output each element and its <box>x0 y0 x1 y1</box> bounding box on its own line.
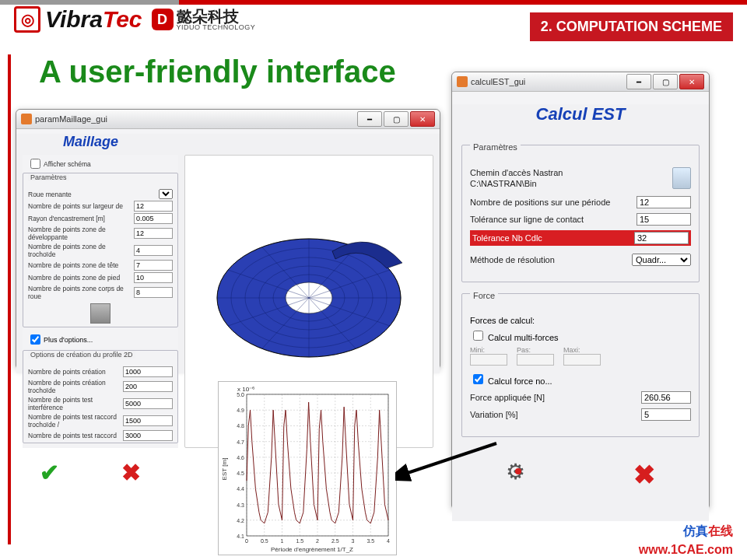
maximize-button[interactable]: ▢ <box>384 111 409 127</box>
tec-text: Tec <box>103 6 142 33</box>
computation-scheme-tag: 2. COMPUTATION SCHEME <box>530 12 733 41</box>
param-input[interactable] <box>134 272 173 283</box>
brand-area: ◎ VibraTec D 懿朵科技 YIDUO TECHNOLOGY <box>14 6 255 33</box>
tol-nbcdlc-label: Tolérance Nb Cdlc <box>472 233 634 243</box>
vibratec-logo: ◎ VibraTec <box>14 6 142 33</box>
svg-text:4.3: 4.3 <box>237 502 244 508</box>
footer-cn: 仿真在线 <box>683 523 733 540</box>
minimize-button[interactable]: ━ <box>357 111 382 127</box>
est-chart: x 10⁻⁶ 4.14.24.34.44.54.64.74.84.95.000.… <box>218 381 397 555</box>
param-input[interactable] <box>134 201 173 212</box>
forces-calc-label: Forces de calcul: <box>470 316 691 325</box>
variation-input[interactable] <box>641 408 691 421</box>
tol-contact-input[interactable] <box>637 213 691 226</box>
maxi-input <box>563 354 601 366</box>
param-input[interactable] <box>134 245 173 256</box>
svg-text:4.4: 4.4 <box>237 486 244 492</box>
svg-text:4.7: 4.7 <box>237 439 244 445</box>
confirm-button[interactable]: ✔ <box>40 459 59 486</box>
plus-options-checkbox[interactable] <box>30 334 40 345</box>
options-2d-legend: Options de création du profile 2D <box>28 351 135 359</box>
mesh-cube-icon[interactable] <box>90 303 110 324</box>
svg-text:4.9: 4.9 <box>237 408 244 413</box>
svg-line-52 <box>403 443 496 474</box>
svg-text:1: 1 <box>281 538 284 544</box>
arrow-icon <box>395 436 504 490</box>
minimize-button[interactable]: ━ <box>626 74 651 89</box>
param-input[interactable] <box>134 287 173 298</box>
est-force-fieldset: Force Forces de calcul: Calcul multi-for… <box>461 293 700 437</box>
close-button[interactable]: ✕ <box>410 111 435 127</box>
param-input[interactable] <box>134 260 173 271</box>
svg-text:4.5: 4.5 <box>237 471 244 476</box>
close-button[interactable]: ✕ <box>679 74 704 89</box>
vibra-text: Vibra <box>45 6 103 33</box>
param-row: Nombre de points sur largeur de <box>28 201 173 212</box>
nb-positions-input[interactable] <box>637 196 691 208</box>
afficher-schema-checkbox[interactable] <box>30 159 40 169</box>
svg-text:1.5: 1.5 <box>296 538 303 544</box>
afficher-schema-label: Afficher schéma <box>44 160 174 168</box>
yiduo-en: YIDUO TECHNOLOGY <box>177 24 256 31</box>
disc-mesh-svg <box>192 201 426 395</box>
maillage-caption: Maillage <box>63 134 440 150</box>
yiduo-cn: 懿朵科技 <box>177 9 256 24</box>
svg-text:5.0: 5.0 <box>237 392 244 397</box>
tol-nbcdlc-input[interactable] <box>634 232 689 244</box>
svg-text:4.1: 4.1 <box>237 534 244 539</box>
folder-icon[interactable] <box>672 167 691 189</box>
app-icon <box>457 76 468 87</box>
yiduo-d-icon: D <box>152 9 174 30</box>
maillage-window: paramMaillage_gui ━ ▢ ✕ Maillage Affiche… <box>16 109 440 369</box>
svg-text:0.5: 0.5 <box>261 538 268 544</box>
vibratec-icon: ◎ <box>14 6 40 33</box>
maillage-title-text: paramMaillage_gui <box>35 114 356 124</box>
roue-menante-select[interactable]: ▾ <box>159 189 173 199</box>
force-no-checkbox[interactable] <box>473 374 483 384</box>
est-parametres-fieldset: Paramètres Chemin d'accès Nastran C:\NAS… <box>461 145 700 282</box>
nastran-path-value: C:\NASTRAN\Bin <box>470 178 668 189</box>
force-legend: Force <box>470 291 498 300</box>
svg-text:4: 4 <box>387 538 390 544</box>
est-title-text: calculEST_gui <box>471 77 625 86</box>
nastran-path-label: Chemin d'accès Nastran <box>470 167 668 178</box>
app-icon <box>21 114 32 124</box>
options-2d-fieldset: Options de création du profile 2D Nombre… <box>23 350 178 443</box>
plus-options-label: Plus d'options... <box>44 336 93 344</box>
yiduo-logo: D 懿朵科技 YIDUO TECHNOLOGY <box>152 9 256 31</box>
run-button[interactable]: ⚙ <box>506 459 525 490</box>
left-red-stripe <box>8 54 11 544</box>
svg-text:4.8: 4.8 <box>237 423 244 429</box>
force-applied-input[interactable] <box>641 391 691 404</box>
page-title: A user-friendly interface <box>39 54 396 89</box>
mini-input <box>470 354 507 366</box>
parametres-fieldset: Paramètres Roue menante▾ Nombre de point… <box>23 173 178 327</box>
svg-text:2.5: 2.5 <box>331 538 339 544</box>
multi-forces-checkbox[interactable] <box>473 331 483 341</box>
est-titlebar[interactable]: calculEST_gui ━ ▢ ✕ <box>452 72 709 92</box>
opt-input[interactable] <box>123 430 173 441</box>
pas-input <box>517 354 554 366</box>
slide-root: ◎ VibraTec D 懿朵科技 YIDUO TECHNOLOGY 2. CO… <box>0 0 747 560</box>
parametres-legend: Paramètres <box>28 173 69 181</box>
opt-input[interactable] <box>123 398 173 409</box>
roue-menante-label: Roue menante <box>28 191 159 198</box>
svg-text:2: 2 <box>316 538 319 544</box>
method-label: Méthode de résolution <box>470 255 632 264</box>
chart-xlabel: Période d'engrènement 1/T_Z <box>271 546 353 553</box>
svg-text:3: 3 <box>352 538 355 544</box>
footer-url: www.1CAE.com <box>639 543 733 557</box>
cancel-button[interactable]: ✖ <box>121 459 141 486</box>
est-cancel-button[interactable]: ✖ <box>633 459 655 490</box>
opt-input[interactable] <box>123 366 173 377</box>
svg-text:3.5: 3.5 <box>366 538 374 544</box>
est-parametres-legend: Paramètres <box>470 142 521 152</box>
opt-input[interactable] <box>123 381 173 392</box>
maillage-titlebar[interactable]: paramMaillage_gui ━ ▢ ✕ <box>16 110 440 129</box>
opt-input[interactable] <box>123 415 173 426</box>
maximize-button[interactable]: ▢ <box>653 74 678 89</box>
chart-ylabel: EST [m] <box>221 458 228 481</box>
param-input[interactable] <box>134 228 173 239</box>
param-input[interactable] <box>134 213 173 224</box>
method-select[interactable]: Quadr... <box>632 254 691 266</box>
